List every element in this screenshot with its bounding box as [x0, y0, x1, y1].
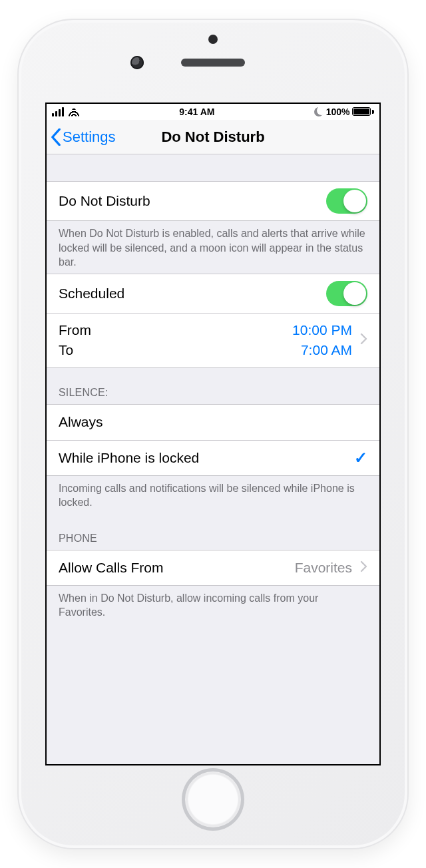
from-label: From: [59, 320, 91, 340]
scheduled-toggle-row[interactable]: Scheduled: [47, 274, 379, 313]
back-label: Settings: [63, 128, 116, 146]
proximity-sensor: [208, 35, 218, 44]
dnd-group: Do Not Disturb: [47, 181, 379, 221]
status-bar: 9:41 AM 100%: [47, 104, 379, 120]
silence-locked-row[interactable]: While iPhone is locked ✓: [47, 440, 379, 476]
chevron-left-icon: [51, 128, 61, 146]
to-value: 7:00 AM: [301, 340, 352, 360]
phone-footer: When in Do Not Disturb, allow incoming c…: [47, 586, 379, 624]
battery-icon: [352, 107, 374, 116]
checkmark-icon: ✓: [354, 449, 367, 467]
chevron-right-icon: [360, 560, 367, 576]
allow-calls-value: Favorites: [295, 560, 352, 576]
status-time: 9:41 AM: [179, 107, 214, 117]
silence-footer: Incoming calls and notifications will be…: [47, 476, 379, 514]
back-button[interactable]: Settings: [47, 128, 116, 146]
chevron-right-icon: [360, 332, 367, 348]
wifi-icon: [68, 107, 80, 116]
silence-always-label: Always: [59, 414, 367, 430]
phone-header: PHONE: [47, 514, 379, 550]
scheduled-toggle[interactable]: [326, 281, 367, 306]
dnd-toggle[interactable]: [326, 188, 367, 214]
cellular-signal-icon: [52, 107, 64, 116]
schedule-time-row[interactable]: From 10:00 PM To 7:00 AM: [47, 313, 379, 368]
earpiece-speaker: [181, 59, 245, 67]
dnd-label: Do Not Disturb: [59, 193, 326, 209]
front-camera: [130, 56, 144, 69]
battery-percentage: 100%: [326, 107, 350, 117]
screen: 9:41 AM 100% Settings Do Not Disturb: [45, 103, 381, 765]
silence-always-row[interactable]: Always: [47, 404, 379, 440]
from-value: 10:00 PM: [292, 320, 352, 340]
scheduled-label: Scheduled: [59, 286, 326, 302]
silence-locked-label: While iPhone is locked: [59, 450, 354, 466]
silence-header: SILENCE:: [47, 368, 379, 404]
navigation-bar: Settings Do Not Disturb: [47, 120, 379, 154]
dnd-toggle-row[interactable]: Do Not Disturb: [47, 181, 379, 221]
phone-frame: 9:41 AM 100% Settings Do Not Disturb: [17, 19, 409, 849]
to-label: To: [59, 340, 73, 360]
phone-group: Allow Calls From Favorites: [47, 550, 379, 586]
scheduled-group: Scheduled From 10:00 PM To 7:00 AM: [47, 274, 379, 368]
do-not-disturb-moon-icon: [314, 107, 323, 116]
silence-group: Always While iPhone is locked ✓: [47, 404, 379, 476]
allow-calls-row[interactable]: Allow Calls From Favorites: [47, 550, 379, 586]
dnd-footer: When Do Not Disturb is enabled, calls an…: [47, 221, 379, 274]
home-button[interactable]: [182, 768, 244, 831]
allow-calls-label: Allow Calls From: [59, 560, 295, 576]
